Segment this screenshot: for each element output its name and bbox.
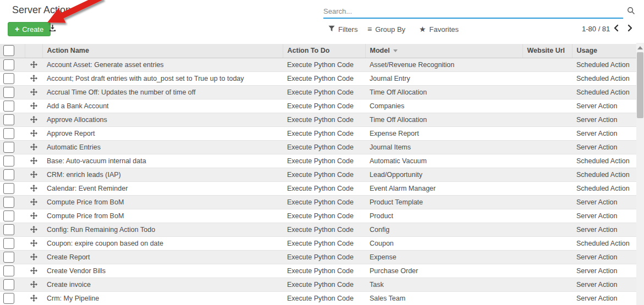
cell-usage[interactable]: Scheduled Action	[572, 236, 636, 250]
row-checkbox[interactable]	[3, 224, 14, 235]
cell-model[interactable]: Coupon	[365, 236, 522, 250]
export-button[interactable]	[48, 24, 57, 34]
table-row[interactable]: Calendar: Event Reminder Execute Python …	[0, 181, 636, 195]
column-header-action-to-do[interactable]: Action To Do	[283, 44, 365, 58]
table-row[interactable]: Account Asset: Generate asset entries Ex…	[0, 58, 636, 71]
cell-usage[interactable]: Server Action	[572, 291, 636, 305]
cell-website-url[interactable]	[522, 58, 572, 71]
cell-action-name[interactable]: Approve Allocations	[42, 113, 283, 126]
drag-handle-icon[interactable]	[25, 157, 42, 164]
cell-action-name[interactable]: Automatic Entries	[42, 140, 283, 154]
cell-action-to-do[interactable]: Execute Python Code	[283, 250, 365, 264]
scrollbar-thumb[interactable]	[637, 52, 643, 118]
cell-website-url[interactable]	[522, 209, 572, 223]
cell-action-name[interactable]: Create invoice	[42, 278, 283, 291]
drag-handle-icon[interactable]	[25, 267, 42, 274]
cell-action-name[interactable]: Crm: My Pipeline	[42, 291, 283, 305]
table-row[interactable]: Coupon: expire coupon based on date Exec…	[0, 236, 636, 250]
filters-button[interactable]: Filters	[328, 24, 357, 34]
cell-usage[interactable]: Server Action	[572, 250, 636, 264]
cell-website-url[interactable]	[522, 291, 572, 305]
search-input[interactable]	[323, 4, 623, 19]
cell-action-name[interactable]: Account; Post draft entries with auto_po…	[42, 71, 283, 85]
table-row[interactable]: Create Report Execute Python Code Expens…	[0, 250, 636, 264]
cell-action-name[interactable]: Compute Price from BoM	[42, 195, 283, 209]
cell-action-to-do[interactable]: Execute Python Code	[283, 181, 365, 195]
drag-handle-icon[interactable]	[25, 198, 42, 206]
cell-website-url[interactable]	[522, 140, 572, 154]
drag-handle-icon[interactable]	[25, 185, 42, 192]
cell-website-url[interactable]	[522, 195, 572, 209]
cell-action-name[interactable]: Approve Report	[42, 126, 283, 140]
cell-action-name[interactable]: Add a Bank Account	[42, 99, 283, 113]
table-row[interactable]: Accrual Time Off: Updates the number of …	[0, 85, 636, 99]
cell-website-url[interactable]	[522, 264, 572, 278]
cell-model[interactable]: Sales Team	[365, 291, 522, 305]
cell-usage[interactable]: Server Action	[572, 140, 636, 154]
cell-usage[interactable]: Server Action	[572, 223, 636, 236]
cell-website-url[interactable]	[522, 154, 572, 168]
table-row[interactable]: Create Vendor Bills Execute Python Code …	[0, 264, 636, 278]
cell-model[interactable]: Task	[365, 278, 522, 291]
cell-usage[interactable]: Scheduled Action	[572, 85, 636, 99]
table-row[interactable]: Base: Auto-vacuum internal data Execute …	[0, 154, 636, 168]
column-header-action-name[interactable]: Action Name	[42, 44, 283, 58]
create-button[interactable]: + Create	[8, 22, 51, 36]
cell-usage[interactable]: Scheduled Action	[572, 58, 636, 71]
table-row[interactable]: Config: Run Remaining Action Todo Execut…	[0, 223, 636, 236]
drag-handle-icon[interactable]	[25, 240, 42, 247]
cell-action-to-do[interactable]: Execute Python Code	[283, 236, 365, 250]
drag-handle-icon[interactable]	[25, 171, 42, 178]
drag-handle-icon[interactable]	[25, 102, 42, 109]
cell-usage[interactable]: Server Action	[572, 99, 636, 113]
cell-action-to-do[interactable]: Execute Python Code	[283, 99, 365, 113]
row-checkbox[interactable]	[3, 101, 14, 112]
cell-model[interactable]: Product Template	[365, 195, 522, 209]
drag-handle-icon[interactable]	[25, 143, 42, 151]
cell-action-name[interactable]: Create Vendor Bills	[42, 264, 283, 278]
cell-action-to-do[interactable]: Execute Python Code	[283, 126, 365, 140]
scroll-up-icon[interactable]	[637, 46, 643, 49]
cell-usage[interactable]: Server Action	[572, 264, 636, 278]
cell-usage[interactable]: Scheduled Action	[572, 168, 636, 181]
row-checkbox[interactable]	[3, 128, 14, 139]
cell-model[interactable]: Config	[365, 223, 522, 236]
cell-website-url[interactable]	[522, 181, 572, 195]
cell-action-name[interactable]: Compute Price from BoM	[42, 209, 283, 223]
drag-handle-icon[interactable]	[25, 88, 42, 96]
cell-model[interactable]: Expense	[365, 250, 522, 264]
row-checkbox[interactable]	[3, 279, 14, 290]
drag-handle-icon[interactable]	[25, 130, 42, 137]
cell-model[interactable]: Product	[365, 209, 522, 223]
cell-action-to-do[interactable]: Execute Python Code	[283, 58, 365, 71]
cell-model[interactable]: Lead/Opportunity	[365, 168, 522, 181]
row-checkbox[interactable]	[3, 197, 14, 208]
cell-website-url[interactable]	[522, 126, 572, 140]
drag-handle-icon[interactable]	[25, 253, 42, 260]
table-row[interactable]: Approve Allocations Execute Python Code …	[0, 113, 636, 126]
row-checkbox[interactable]	[3, 142, 14, 153]
row-checkbox[interactable]	[3, 252, 14, 263]
cell-action-to-do[interactable]: Execute Python Code	[283, 85, 365, 99]
cell-action-name[interactable]: Account Asset: Generate asset entries	[42, 58, 283, 71]
drag-handle-icon[interactable]	[25, 116, 42, 123]
drag-handle-icon[interactable]	[25, 281, 42, 288]
group-by-button[interactable]: ≡ Group By	[367, 24, 405, 34]
favorites-button[interactable]: ★ Favorites	[419, 24, 459, 34]
cell-model[interactable]: Companies	[365, 99, 522, 113]
cell-model[interactable]: Journal Entry	[365, 71, 522, 85]
row-checkbox[interactable]	[3, 183, 14, 194]
drag-handle-icon[interactable]	[25, 75, 42, 82]
search-icon[interactable]	[627, 7, 635, 16]
row-checkbox[interactable]	[3, 59, 14, 70]
table-row[interactable]: Add a Bank Account Execute Python Code C…	[0, 99, 636, 113]
cell-action-to-do[interactable]: Execute Python Code	[283, 209, 365, 223]
cell-action-name[interactable]: Accrual Time Off: Updates the number of …	[42, 85, 283, 99]
cell-action-to-do[interactable]: Execute Python Code	[283, 291, 365, 305]
cell-action-to-do[interactable]: Execute Python Code	[283, 154, 365, 168]
cell-action-to-do[interactable]: Execute Python Code	[283, 223, 365, 236]
row-checkbox[interactable]	[3, 293, 14, 304]
cell-action-to-do[interactable]: Execute Python Code	[283, 264, 365, 278]
drag-handle-icon[interactable]	[25, 295, 42, 302]
pager-next-button[interactable]	[626, 24, 634, 34]
